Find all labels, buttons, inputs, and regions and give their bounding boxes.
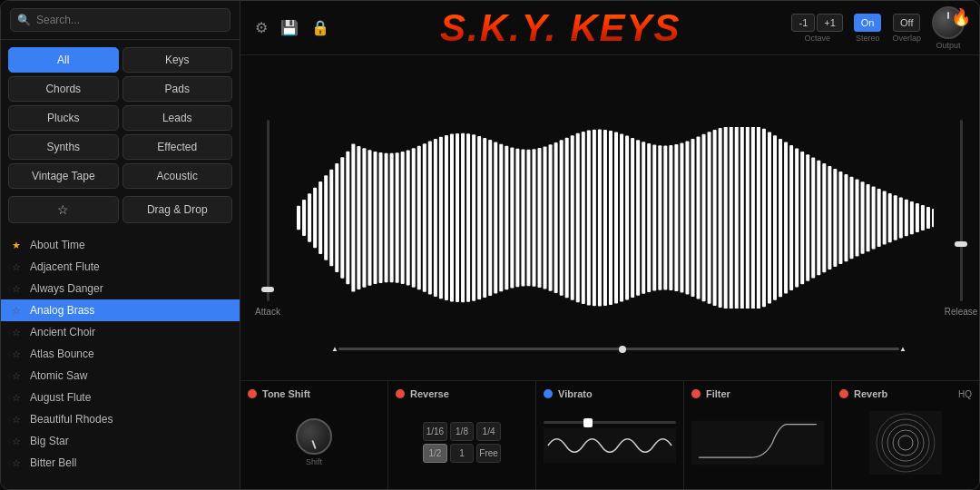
preset-item-atomic-saw[interactable]: ☆ Atomic Saw: [1, 365, 240, 387]
vibrato-toggle[interactable]: [544, 389, 553, 398]
attack-marker[interactable]: ▲: [331, 345, 338, 353]
release-slider-track[interactable]: [960, 120, 963, 301]
preset-item-adjacent-flute[interactable]: ☆ Adjacent Flute: [1, 256, 240, 278]
preset-item-big-star[interactable]: ☆ Big Star: [1, 430, 240, 452]
reverse-btn-1[interactable]: 1: [450, 444, 475, 463]
reverse-toggle[interactable]: [396, 389, 405, 398]
reverse-btn-1-8[interactable]: 1/8: [450, 422, 475, 441]
svg-rect-97: [811, 158, 815, 279]
vibrato-rate-thumb[interactable]: [583, 418, 593, 427]
preset-star-august-flute: ☆: [12, 392, 23, 404]
category-btn-effected[interactable]: Effected: [122, 134, 233, 160]
svg-rect-118: [926, 207, 930, 229]
search-input[interactable]: [10, 8, 230, 32]
preset-item-analog-brass[interactable]: ☆ Analog Brass: [1, 299, 240, 321]
filter-toggle[interactable]: [691, 389, 701, 398]
svg-rect-57: [593, 130, 596, 306]
sustain-track[interactable]: [338, 348, 899, 350]
svg-rect-4: [302, 200, 306, 236]
category-btn-leads[interactable]: Leads: [122, 105, 233, 131]
vibrato-content: [544, 403, 676, 482]
svg-rect-66: [642, 142, 645, 293]
preset-item-bitter-bell[interactable]: ☆ Bitter Bell: [1, 452, 240, 474]
svg-rect-88: [762, 129, 766, 308]
preset-label-atlas-bounce: Atlas Bounce: [30, 348, 94, 360]
svg-rect-51: [560, 140, 564, 295]
tone-shift-toggle[interactable]: [248, 389, 257, 398]
category-btn-plucks[interactable]: Plucks: [8, 105, 119, 131]
preset-item-ancient-choir[interactable]: ☆ Ancient Choir: [1, 321, 240, 343]
svg-rect-10: [335, 163, 338, 272]
preset-label-beautiful-rhodes: Beautiful Rhodes: [30, 413, 113, 426]
drag-drop-button[interactable]: Drag & Drop: [122, 196, 233, 223]
favorites-button[interactable]: ☆: [8, 196, 119, 223]
app-title: S.K.Y. KEYS: [440, 6, 681, 50]
reverse-btn-Free[interactable]: Free: [476, 444, 501, 463]
reverb-title: Reverb: [854, 388, 887, 399]
fire-icon: 🔥: [951, 7, 971, 27]
svg-rect-32: [456, 133, 459, 302]
svg-rect-42: [510, 148, 514, 289]
preset-star-adjacent-flute: ☆: [12, 261, 23, 273]
octave-plus-button[interactable]: +1: [817, 14, 843, 32]
svg-rect-36: [477, 136, 481, 299]
preset-item-beautiful-rhodes[interactable]: ☆ Beautiful Rhodes: [1, 408, 240, 430]
svg-rect-49: [549, 144, 553, 290]
preset-item-august-flute[interactable]: ☆ August Flute: [1, 387, 240, 408]
waveform-svg: [295, 127, 934, 309]
category-btn-acoustic[interactable]: Acoustic: [122, 163, 233, 189]
settings-icon[interactable]: ⚙: [255, 19, 268, 36]
svg-rect-23: [407, 150, 410, 285]
category-btn-keys[interactable]: Keys: [122, 47, 233, 73]
tone-shift-knob[interactable]: [296, 418, 332, 455]
overlap-group: Off Overlap: [892, 14, 921, 43]
save-icon[interactable]: 💾: [280, 19, 299, 36]
module-filter: Filter: [684, 381, 832, 489]
sustain-thumb[interactable]: [619, 346, 626, 353]
svg-rect-110: [883, 191, 887, 244]
category-btn-pads[interactable]: Pads: [122, 76, 233, 102]
decay-marker[interactable]: ▲: [899, 345, 906, 353]
preset-star-atlas-bounce: ☆: [12, 348, 23, 360]
svg-rect-75: [691, 139, 694, 297]
svg-rect-71: [669, 145, 672, 290]
svg-rect-94: [795, 148, 799, 287]
preset-item-about-time[interactable]: ★ About Time: [1, 234, 240, 256]
overlap-off-button[interactable]: Off: [893, 14, 920, 32]
svg-rect-35: [472, 134, 475, 300]
vibrato-waveform: [544, 427, 676, 464]
octave-minus-button[interactable]: -1: [791, 14, 815, 32]
svg-rect-96: [806, 154, 809, 281]
release-slider-thumb[interactable]: [955, 241, 967, 247]
category-btn-synths[interactable]: Synths: [8, 134, 119, 160]
preset-list: ★ About Time ☆ Adjacent Flute ☆ Always D…: [1, 230, 240, 490]
vibrato-rate-track[interactable]: [544, 421, 676, 424]
header-controls-left: ⚙ 💾 🔒: [255, 19, 329, 36]
svg-rect-69: [658, 145, 662, 289]
release-label: Release: [945, 307, 978, 317]
reverb-toggle[interactable]: [839, 389, 848, 398]
svg-rect-62: [620, 133, 623, 301]
svg-rect-34: [466, 133, 470, 301]
svg-rect-39: [494, 142, 497, 293]
preset-item-atlas-bounce[interactable]: ☆ Atlas Bounce: [1, 343, 240, 365]
category-btn-chords[interactable]: Chords: [8, 76, 119, 102]
lock-icon[interactable]: 🔒: [311, 19, 329, 36]
reverse-btn-1-16[interactable]: 1/16: [423, 422, 447, 441]
svg-rect-41: [505, 146, 508, 289]
reverse-btn-1-4[interactable]: 1/4: [476, 422, 501, 441]
svg-rect-55: [582, 132, 585, 304]
preset-item-always-danger[interactable]: ☆ Always Danger: [1, 278, 240, 299]
svg-rect-100: [828, 166, 831, 270]
category-btn-all[interactable]: All: [8, 47, 119, 73]
svg-rect-101: [833, 169, 837, 267]
svg-rect-67: [647, 143, 651, 292]
svg-rect-6: [313, 188, 317, 249]
category-btn-vintage-tape[interactable]: Vintage Tape: [8, 163, 119, 189]
reverse-btn-1-2[interactable]: 1/2: [423, 444, 447, 463]
attack-slider-thumb[interactable]: [261, 287, 274, 292]
svg-rect-27: [428, 142, 432, 295]
stereo-on-button[interactable]: On: [854, 14, 882, 32]
svg-rect-47: [538, 148, 542, 288]
attack-slider-track[interactable]: [267, 120, 270, 301]
